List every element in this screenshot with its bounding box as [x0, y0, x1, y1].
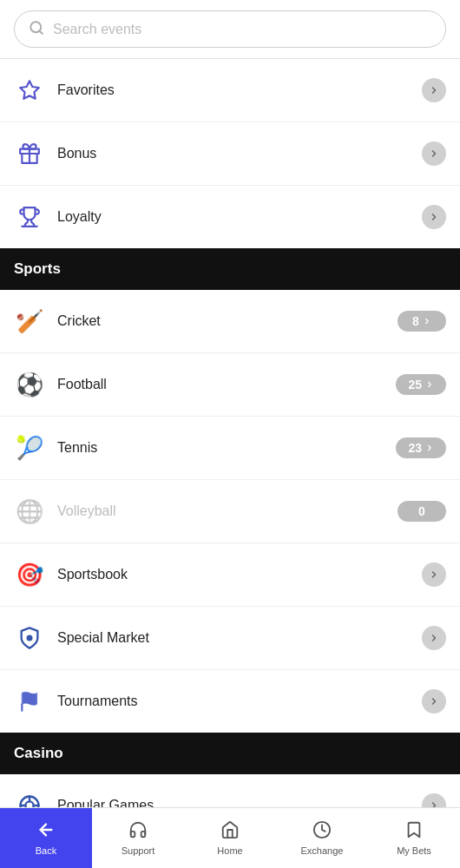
nav-my-bets-label: My Bets [397, 845, 431, 856]
nav-back[interactable]: Back [0, 808, 92, 868]
sports-section-header: Sports [0, 248, 460, 290]
nav-home-label: Home [217, 845, 242, 856]
shield-icon [14, 622, 45, 654]
favorites-label: Favorites [57, 82, 415, 98]
football-badge: 25 [396, 374, 446, 395]
search-field[interactable]: Search events [14, 10, 446, 48]
menu-item-tournaments[interactable]: Tournaments [0, 670, 460, 733]
cricket-badge: 8 [398, 311, 446, 332]
sportsbook-chevron [422, 562, 446, 587]
cricket-label: Cricket [57, 313, 398, 329]
search-bar: Search events [0, 0, 460, 59]
loyalty-label: Loyalty [57, 209, 415, 225]
casino-section-header: Casino [0, 733, 460, 774]
svg-point-5 [27, 635, 33, 641]
star-icon [14, 75, 45, 106]
cricket-icon: 🏏 [14, 306, 45, 337]
sportsbook-label: Sportsbook [57, 567, 415, 582]
main-content: Search events Favorites [0, 0, 460, 868]
menu-item-cricket[interactable]: 🏏 Cricket 8 [0, 290, 460, 353]
sportsbook-icon: 🎯 [14, 559, 45, 590]
menu-item-favorites[interactable]: Favorites [0, 59, 460, 122]
nav-support-label: Support [122, 845, 155, 856]
nav-my-bets[interactable]: My Bets [368, 808, 460, 868]
loyalty-chevron [422, 205, 446, 229]
menu-item-bonus[interactable]: Bonus [0, 122, 460, 186]
tennis-icon: 🎾 [14, 432, 45, 464]
menu-item-volleyball[interactable]: 🌐 Volleyball 0 [0, 480, 460, 543]
special-market-chevron [422, 626, 446, 650]
sports-menu: 🏏 Cricket 8 ⚽ Football 25 🎾 Tennis [0, 290, 460, 733]
tournaments-chevron [422, 689, 446, 713]
arrow-left-icon [36, 820, 56, 842]
tennis-label: Tennis [57, 440, 396, 456]
favorites-chevron [422, 78, 446, 102]
search-icon [29, 20, 44, 38]
tennis-badge: 23 [396, 437, 446, 458]
clock-icon [312, 820, 332, 842]
menu-item-special-market[interactable]: Special Market [0, 607, 460, 670]
football-label: Football [57, 377, 396, 392]
svg-line-1 [39, 30, 42, 33]
bonus-chevron [422, 141, 446, 166]
football-icon: ⚽ [14, 369, 45, 400]
volleyball-label: Volleyball [57, 503, 398, 519]
menu-item-sportsbook[interactable]: 🎯 Sportsbook [0, 543, 460, 607]
volleyball-icon: 🌐 [14, 496, 45, 527]
menu-item-football[interactable]: ⚽ Football 25 [0, 353, 460, 417]
search-placeholder: Search events [53, 22, 431, 37]
trophy-icon [14, 201, 45, 233]
special-market-label: Special Market [57, 630, 415, 646]
bookmark-icon [404, 820, 424, 842]
gift-icon [14, 138, 45, 169]
top-menu: Favorites Bonus [0, 59, 460, 248]
tournaments-label: Tournaments [57, 694, 415, 709]
svg-marker-2 [20, 81, 39, 99]
home-icon [220, 820, 240, 842]
nav-back-label: Back [36, 845, 56, 856]
flag-icon [14, 686, 45, 717]
nav-home[interactable]: Home [184, 808, 276, 868]
headset-icon [128, 820, 148, 842]
menu-item-loyalty[interactable]: Loyalty [0, 186, 460, 248]
nav-exchange-label: Exchange [301, 845, 344, 856]
menu-item-tennis[interactable]: 🎾 Tennis 23 [0, 417, 460, 480]
nav-exchange[interactable]: Exchange [276, 808, 368, 868]
bottom-nav: Back Support Home Exchange My Bets [0, 807, 460, 868]
nav-support[interactable]: Support [92, 808, 184, 868]
bonus-label: Bonus [57, 146, 415, 161]
volleyball-badge: 0 [398, 501, 446, 522]
